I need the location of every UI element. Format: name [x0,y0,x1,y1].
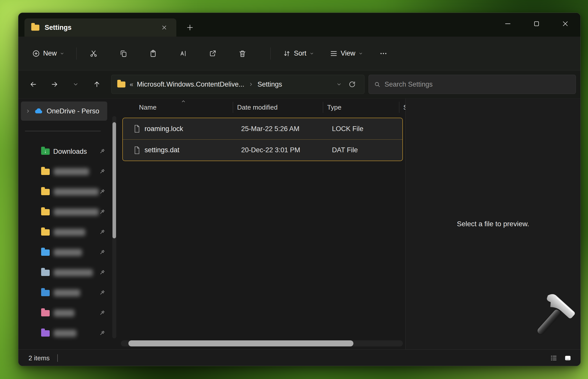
navigation-pane: OneDrive - Perso Downloads [18,98,118,349]
file-date-modified: 20-Dec-22 3:01 PM [237,146,328,154]
sidebar-item-redacted[interactable] [18,202,118,222]
share-icon [209,49,217,58]
status-bar: 2 items [18,349,580,366]
folder-icon [41,229,50,236]
chevron-down-icon [358,51,363,56]
pin-icon [99,310,105,316]
sidebar-item-redacted[interactable] [18,303,118,323]
sidebar-item-redacted[interactable] [18,162,118,182]
chevron-right-icon [248,82,254,87]
details-view-toggle[interactable] [548,352,560,364]
column-header-type[interactable]: Type [323,102,399,113]
back-button[interactable] [26,77,41,92]
folder-icon [41,189,50,195]
chevron-down-icon [73,81,79,87]
details-view-icon [550,354,557,362]
rename-button[interactable] [174,43,192,64]
sidebar-item-redacted[interactable] [18,222,118,242]
search-box[interactable] [369,75,576,94]
close-button[interactable] [557,16,573,32]
breadcrumb-segment-parent[interactable]: Microsoft.Windows.ContentDelive... [137,81,244,88]
window-controls [500,13,573,35]
pinned-list [18,162,118,343]
pin-icon [99,168,105,175]
sidebar-item-downloads[interactable]: Downloads [18,141,118,162]
cut-button[interactable] [84,43,103,64]
column-header-size[interactable]: S [399,102,405,113]
sort-icon [283,49,291,58]
file-row[interactable]: settings.dat 20-Dec-22 3:01 PM DAT File [123,139,402,161]
chevron-down-icon [310,51,314,56]
folder-icon [41,249,50,256]
plus-circle-icon [32,49,40,58]
command-toolbar: New [18,37,580,70]
forward-button[interactable] [47,77,62,92]
maximize-button[interactable] [528,16,545,32]
sort-button[interactable]: Sort [278,43,319,64]
arrow-right-icon [50,80,59,88]
sidebar-item-redacted[interactable] [18,283,118,303]
rename-icon [179,49,187,58]
large-icons-view-icon [564,354,572,362]
copy-button[interactable] [114,43,133,64]
file-icon [133,124,141,133]
sort-button-label: Sort [294,49,306,57]
redacted-label [54,188,99,195]
recent-locations-button[interactable] [68,77,83,92]
delete-button[interactable] [233,43,252,64]
folder-icon [31,24,39,31]
new-button[interactable]: New [27,43,69,64]
address-bar[interactable]: « Microsoft.Windows.ContentDelive... Set… [111,75,365,94]
redacted-label [54,269,93,276]
up-button[interactable] [90,77,104,92]
pinned-section: Downloads [18,141,118,343]
status-divider [57,354,58,362]
file-row[interactable]: roaming.lock 25-Mar-22 5:26 AM LOCK File [123,118,402,139]
column-header-name[interactable]: Name [118,102,233,113]
refresh-button[interactable] [346,78,359,91]
search-input[interactable] [384,81,571,88]
address-dropdown-button[interactable] [332,78,346,91]
content-area: OneDrive - Perso Downloads [18,98,580,349]
redacted-label [54,168,89,175]
scissors-icon [90,49,98,58]
chevron-down-icon [60,51,64,56]
sidebar-scrollbar[interactable] [112,116,116,338]
pin-icon [99,290,105,296]
preview-pane: Select a file to preview. [405,98,580,349]
clipboard-icon [149,49,157,58]
large-icons-view-toggle[interactable] [562,352,574,364]
tab-close-icon[interactable] [159,22,170,33]
paste-button[interactable] [144,43,162,64]
sidebar-item-redacted[interactable] [18,182,118,202]
folder-icon [41,169,50,175]
file-explorer-window: Settings New [18,13,581,366]
view-button[interactable]: View [325,43,368,64]
minimize-button[interactable] [500,16,516,32]
sidebar-item-redacted[interactable] [18,323,118,343]
breadcrumb-overflow[interactable]: « [130,81,133,88]
arrow-up-icon [93,80,101,88]
onedrive-cloud-icon [34,108,43,114]
copy-icon [119,49,127,58]
share-button[interactable] [203,43,222,64]
column-header-date-modified[interactable]: Date modified [233,102,323,113]
sidebar-scrollbar-thumb[interactable] [113,122,116,238]
file-name: settings.dat [145,146,179,154]
preview-placeholder-text: Select a file to preview. [457,220,529,228]
new-tab-button[interactable] [183,20,197,35]
ellipsis-icon [379,49,387,58]
folder-icon [41,330,50,337]
redacted-label [54,330,76,337]
more-options-button[interactable] [374,43,393,64]
horizontal-scrollbar-thumb[interactable] [128,340,353,346]
pin-icon [99,209,105,215]
sidebar-item-redacted[interactable] [18,263,118,283]
navigation-bar: « Microsoft.Windows.ContentDelive... Set… [18,70,580,98]
breadcrumb-segment-current[interactable]: Settings [258,81,282,88]
sidebar-item-label: Downloads [53,148,87,156]
sidebar-item-redacted[interactable] [18,242,118,263]
sidebar-item-onedrive[interactable]: OneDrive - Perso [21,102,107,121]
tab-settings[interactable]: Settings [24,18,176,37]
chevron-right-icon[interactable] [25,109,31,114]
